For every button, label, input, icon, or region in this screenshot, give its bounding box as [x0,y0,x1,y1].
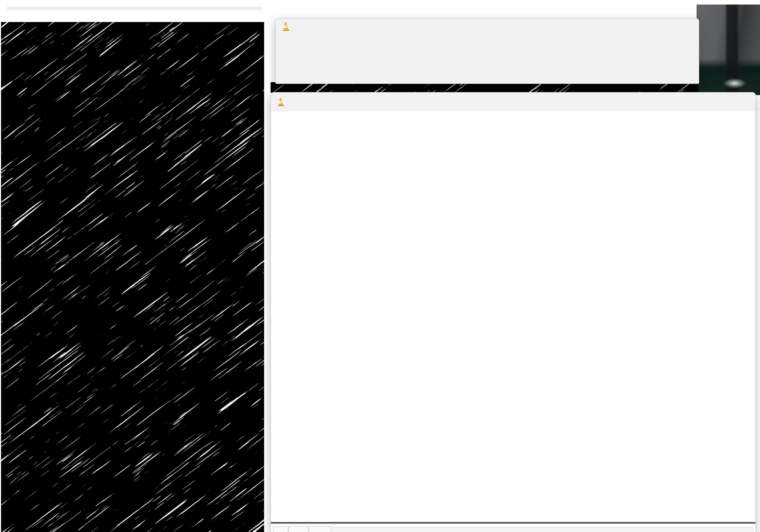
plot-canvas[interactable] [271,123,755,523]
background-window-sliver [7,7,262,10]
menubar [276,33,278,49]
desktop-wallpaper-photo [696,5,760,95]
plot-titlebar[interactable] [271,92,755,111]
plot-cutoff-panel [332,527,753,532]
plot-cutoff-button-2[interactable] [288,526,309,532]
binary-texture [1,22,264,532]
microscope-icon [278,97,285,107]
plot-canvas-border [271,522,755,524]
plot-window [270,92,756,532]
imagej-titlebar[interactable] [276,19,699,33]
binarized-image-canvas[interactable] [1,22,264,532]
plot-cutoff-button-1[interactable] [273,526,288,532]
microscope-icon [282,21,290,32]
plot-cutoff-button-3[interactable] [309,526,331,532]
imagej-main-window [275,18,699,84]
